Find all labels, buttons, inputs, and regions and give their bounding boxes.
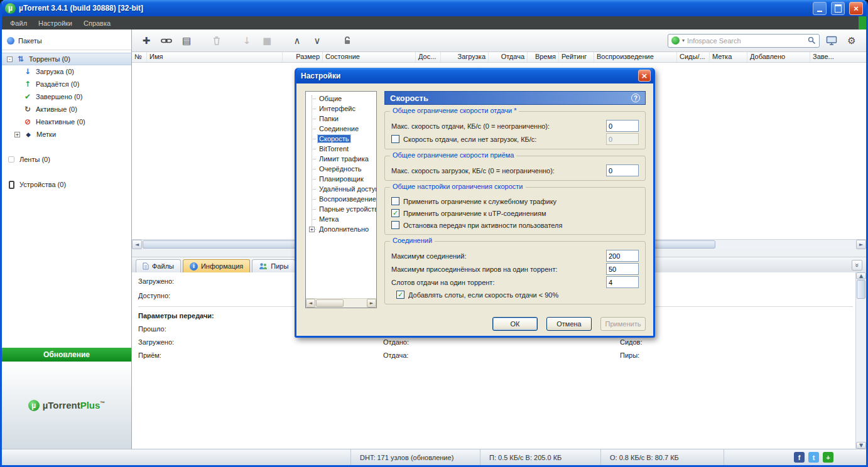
column-header-upload[interactable]: Отдача	[489, 52, 528, 62]
column-header-done[interactable]: Дос...	[416, 52, 441, 62]
scroll-left-icon[interactable]: ◄	[132, 240, 142, 249]
menu-settings[interactable]: Настройки	[33, 18, 78, 29]
start-button[interactable]: ↓	[239, 33, 255, 49]
limit-overhead-checkbox[interactable]	[391, 197, 399, 205]
sidebar-item-downloading[interactable]: ↓ Загрузка (0)	[2, 65, 131, 78]
settings-tree-item-connection[interactable]: Соединение	[306, 124, 376, 134]
scrollbar-thumb[interactable]	[316, 299, 344, 307]
unlock-icon[interactable]	[339, 33, 355, 49]
add-torrent-button[interactable]: ✚	[138, 33, 155, 49]
max-download-rate-label: Макс. скорость загрузок, КБ/с (0 = неогр…	[391, 167, 602, 174]
settings-tree-item-advanced[interactable]: +Дополнительно	[306, 224, 376, 234]
sidebar-item-torrents[interactable]: - ⇅ Торренты (0)	[2, 53, 131, 65]
menu-file[interactable]: Файл	[4, 18, 33, 29]
collapse-expander-icon[interactable]: -	[7, 56, 13, 62]
scrollbar-thumb[interactable]	[857, 280, 865, 299]
maximize-button[interactable]	[831, 2, 845, 15]
share-icon[interactable]: +	[823, 452, 833, 463]
remote-monitor-icon[interactable]	[823, 33, 840, 49]
max-peers-per-torrent-input[interactable]	[606, 263, 639, 275]
create-torrent-button[interactable]: ▤	[178, 33, 195, 49]
sidebar-item-seeding[interactable]: ↑ Раздаётся (0)	[2, 78, 131, 90]
settings-tree-item-bandwidth[interactable]: Скорость	[306, 134, 376, 144]
column-header-playback[interactable]: Воспроизведение	[594, 52, 677, 62]
close-button[interactable]: ×	[849, 2, 863, 15]
sidebar-item-label: Завершено (0)	[36, 93, 82, 100]
tab-info[interactable]: i Информация	[183, 259, 250, 272]
column-header-download[interactable]: Загрузка	[441, 52, 489, 62]
tab-files[interactable]: Файлы	[136, 259, 181, 272]
utorrent-plus-logo[interactable]: µ µTorrentPlus™	[2, 362, 131, 449]
move-down-button[interactable]: ∨	[309, 33, 325, 49]
collapse-detail-button[interactable]: »	[852, 260, 862, 271]
vertical-scrollbar[interactable]: ▲ ▼	[855, 272, 866, 449]
cancel-button[interactable]: Отмена	[546, 317, 592, 331]
twitter-icon[interactable]: t	[808, 452, 819, 463]
menu-help[interactable]: Справка	[78, 18, 116, 29]
ok-button[interactable]: ОК	[492, 317, 538, 331]
facebook-icon[interactable]: f	[794, 452, 805, 463]
search-engine-icon[interactable]	[671, 36, 680, 45]
sidebar-item-packages[interactable]: Пакеты	[2, 35, 131, 47]
sidebar-item-feeds[interactable]: Ленты (0)	[2, 153, 131, 166]
column-header-number[interactable]: №	[132, 52, 147, 62]
settings-tree-item-directories[interactable]: Папки	[306, 114, 376, 124]
expand-expander-icon[interactable]: +	[309, 227, 315, 232]
settings-tree-item-transfer-cap[interactable]: Лимит трафика	[306, 154, 376, 164]
group-limit-options: Общие настройки ограничения скорости При…	[384, 187, 646, 235]
tab-peers[interactable]: Пиры	[252, 259, 295, 272]
add-link-button[interactable]	[158, 33, 175, 49]
column-header-added[interactable]: Добавлено	[747, 52, 810, 62]
search-icon[interactable]	[808, 36, 816, 45]
sidebar-item-completed[interactable]: ✔ Завершено (0)	[2, 90, 131, 103]
sidebar-item-label: Активные (0)	[36, 105, 77, 113]
sidebar-item-active[interactable]: ↻ Активные (0)	[2, 103, 131, 115]
settings-tree-item-label[interactable]: Метка	[306, 214, 376, 224]
column-header-rating[interactable]: Рейтинг	[559, 52, 594, 62]
max-upload-rate-input[interactable]	[606, 120, 639, 132]
sidebar-item-devices[interactable]: Устройства (0)	[2, 178, 131, 191]
max-download-rate-input[interactable]	[606, 164, 639, 176]
search-input[interactable]	[687, 37, 805, 45]
column-header-status[interactable]: Состояние	[323, 52, 416, 62]
stop-on-activity-checkbox[interactable]	[391, 221, 399, 229]
scroll-down-icon[interactable]: ▼	[856, 442, 866, 449]
move-up-button[interactable]: ∧	[289, 33, 305, 49]
max-connections-input[interactable]	[606, 250, 639, 262]
remove-button[interactable]	[209, 33, 225, 49]
update-banner[interactable]: Обновление	[2, 348, 131, 362]
scroll-right-icon[interactable]: ►	[856, 240, 866, 249]
minimize-button[interactable]	[813, 2, 827, 15]
settings-tree-item-scheduler[interactable]: Планировщик	[306, 174, 376, 184]
settings-tree-item-ui[interactable]: Интерфейс	[306, 104, 376, 114]
stop-button[interactable]: ■	[259, 33, 275, 49]
column-header-label[interactable]: Метка	[710, 52, 747, 62]
expand-expander-icon[interactable]: +	[14, 132, 20, 137]
help-icon[interactable]: ?	[631, 94, 640, 102]
column-header-size[interactable]: Размер	[283, 52, 323, 62]
column-header-seeds[interactable]: Сиды/...	[677, 52, 710, 62]
scroll-right-icon[interactable]: ►	[367, 299, 376, 308]
limit-utp-checkbox[interactable]	[391, 209, 399, 217]
column-header-name[interactable]: Имя	[147, 52, 283, 62]
tree-horizontal-scrollbar[interactable]: ◄ ►	[306, 298, 376, 308]
alt-upload-rate-checkbox[interactable]	[391, 135, 399, 143]
dialog-close-button[interactable]: ×	[638, 70, 651, 82]
upload-slots-input[interactable]	[606, 276, 639, 288]
column-header-completed[interactable]: Заве...	[810, 52, 866, 62]
settings-tree-item-playback[interactable]: Воспроизведение	[306, 194, 376, 204]
settings-tree-item-general[interactable]: Общие	[306, 94, 376, 104]
chevron-down-icon[interactable]: ▾	[682, 38, 685, 43]
settings-tree-item-bittorrent[interactable]: BitTorrent	[306, 144, 376, 154]
extra-slots-checkbox[interactable]	[396, 291, 404, 299]
dialog-title: Настройки	[301, 72, 638, 80]
sidebar-item-inactive[interactable]: ⊘ Неактивные (0)	[2, 115, 131, 128]
settings-tree-item-paired-devices[interactable]: Парные устройства	[306, 204, 376, 214]
scroll-left-icon[interactable]: ◄	[306, 299, 315, 308]
settings-tree-item-remote[interactable]: Удалённый доступ	[306, 184, 376, 194]
settings-tree-item-queueing[interactable]: Очерёдность	[306, 164, 376, 174]
column-header-eta[interactable]: Время	[528, 52, 559, 62]
scroll-up-icon[interactable]: ▲	[856, 272, 866, 279]
sidebar-item-labels[interactable]: + ⬥ Метки	[2, 128, 131, 141]
gear-icon[interactable]: ⚙	[844, 33, 860, 49]
